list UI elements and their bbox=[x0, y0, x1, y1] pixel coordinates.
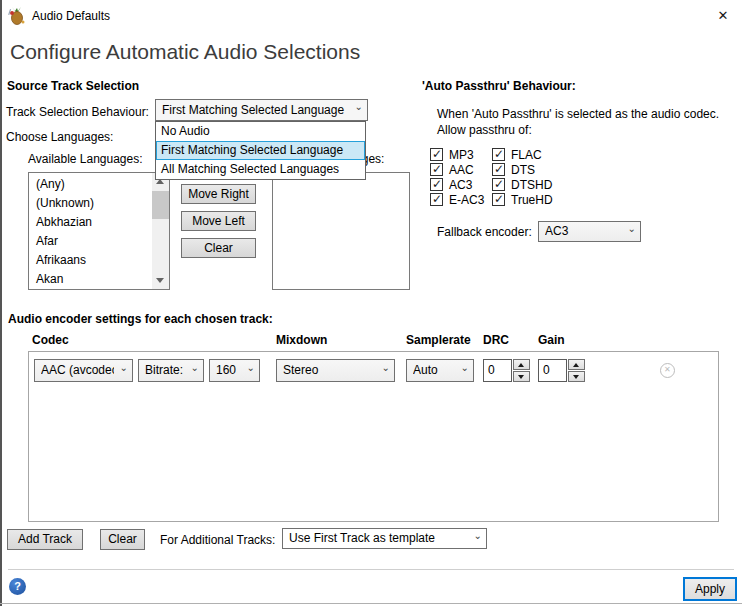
window-bottom-edge bbox=[0, 603, 742, 604]
dts-label: DTS bbox=[511, 163, 535, 177]
dropdown-option-no-audio[interactable]: No Audio bbox=[156, 122, 365, 141]
additional-tracks-combo[interactable]: Use First Track as template bbox=[282, 528, 487, 549]
codec-combo[interactable]: AAC (avcodec bbox=[34, 359, 133, 382]
move-left-button[interactable]: Move Left bbox=[181, 211, 256, 231]
mixdown-value: Stereo bbox=[283, 360, 376, 381]
chevron-down-icon bbox=[116, 360, 128, 381]
add-track-button[interactable]: Add Track bbox=[7, 529, 83, 550]
fallback-encoder-label: Fallback encoder: bbox=[437, 225, 532, 239]
chevron-down-icon bbox=[624, 222, 636, 241]
audio-defaults-dialog: Audio Defaults Configure Automatic Audio… bbox=[0, 0, 742, 606]
passthru-description-line1: When 'Auto Passthru' is selected as the … bbox=[437, 107, 719, 121]
apply-button[interactable]: Apply bbox=[683, 577, 737, 601]
window-left-edge bbox=[0, 0, 2, 606]
chevron-down-icon bbox=[187, 360, 199, 381]
truehd-label: TrueHD bbox=[511, 193, 553, 207]
flac-label: FLAC bbox=[511, 148, 542, 162]
handbrake-app-icon bbox=[7, 6, 27, 26]
aac-label: AAC bbox=[449, 163, 474, 177]
mp3-checkbox[interactable] bbox=[430, 148, 443, 161]
available-languages-label: Available Languages: bbox=[28, 152, 143, 166]
bitrate-value: 160 bbox=[216, 360, 241, 381]
fallback-encoder-combo[interactable]: AC3 bbox=[538, 221, 641, 242]
list-item[interactable]: Akan bbox=[29, 270, 152, 289]
additional-tracks-label: For Additional Tracks: bbox=[160, 533, 275, 547]
behaviour-label: Track Selection Behaviour: bbox=[6, 105, 149, 119]
footer-separator bbox=[8, 569, 734, 570]
auto-passthru-section-title: 'Auto Passthru' Behaviour: bbox=[422, 79, 576, 93]
source-track-section-title: Source Track Selection bbox=[7, 79, 139, 93]
choose-languages-label: Choose Languages: bbox=[6, 130, 113, 144]
remove-track-icon[interactable] bbox=[660, 363, 675, 378]
aac-checkbox[interactable] bbox=[430, 163, 443, 176]
clear-languages-button[interactable]: Clear bbox=[181, 238, 256, 258]
ac3-label: AC3 bbox=[449, 178, 472, 192]
gain-field[interactable]: 0 bbox=[538, 359, 567, 382]
list-item[interactable]: (Any) bbox=[29, 175, 152, 194]
eac3-checkbox[interactable] bbox=[430, 193, 443, 206]
page-title: Configure Automatic Audio Selections bbox=[10, 40, 360, 64]
drc-step-up-icon[interactable] bbox=[513, 359, 530, 370]
mixdown-combo[interactable]: Stereo bbox=[276, 359, 395, 382]
gain-step-down-icon[interactable] bbox=[568, 371, 585, 382]
encoder-section-title: Audio encoder settings for each chosen t… bbox=[8, 312, 273, 326]
samplerate-value: Auto bbox=[413, 360, 455, 381]
additional-tracks-value: Use First Track as template bbox=[289, 529, 468, 548]
track-selection-behaviour-combo[interactable]: First Matching Selected Language bbox=[155, 99, 368, 121]
eac3-label: E-AC3 bbox=[449, 193, 484, 207]
gain-stepper bbox=[568, 359, 585, 382]
chevron-down-icon bbox=[470, 529, 482, 548]
codec-column-header: Codec bbox=[32, 333, 69, 347]
chevron-down-icon bbox=[351, 100, 363, 120]
drc-column-header: DRC bbox=[483, 333, 509, 347]
dtshd-checkbox[interactable] bbox=[492, 178, 505, 191]
drc-step-down-icon[interactable] bbox=[513, 371, 530, 382]
chevron-down-icon bbox=[457, 360, 469, 381]
available-languages-listbox[interactable]: (Any) (Unknown) Abkhazian Afar Afrikaans… bbox=[28, 172, 170, 290]
chevron-down-icon bbox=[378, 360, 390, 381]
window-title: Audio Defaults bbox=[32, 9, 110, 23]
gain-step-up-icon[interactable] bbox=[568, 359, 585, 370]
move-right-button[interactable]: Move Right bbox=[181, 184, 256, 204]
scrollbar[interactable] bbox=[152, 173, 169, 289]
scrollbar-thumb[interactable] bbox=[152, 191, 169, 219]
fallback-encoder-value: AC3 bbox=[545, 222, 622, 241]
behaviour-dropdown-list: No Audio First Matching Selected Languag… bbox=[155, 121, 366, 180]
dropdown-option-all-matching[interactable]: All Matching Selected Languages bbox=[156, 160, 365, 179]
drc-stepper bbox=[513, 359, 530, 382]
list-item[interactable]: (Unknown) bbox=[29, 194, 152, 213]
bitrate-mode-combo[interactable]: Bitrate: bbox=[138, 359, 204, 382]
codec-value: AAC (avcodec bbox=[41, 360, 114, 381]
clear-tracks-button[interactable]: Clear bbox=[100, 529, 145, 550]
scroll-down-icon[interactable] bbox=[152, 272, 169, 289]
bitrate-mode-value: Bitrate: bbox=[145, 360, 185, 381]
samplerate-combo[interactable]: Auto bbox=[406, 359, 474, 382]
track-selection-behaviour-value: First Matching Selected Language bbox=[162, 100, 349, 120]
close-icon[interactable] bbox=[712, 6, 734, 26]
dtshd-label: DTSHD bbox=[511, 178, 552, 192]
chosen-languages-listbox[interactable] bbox=[272, 172, 410, 290]
samplerate-column-header: Samplerate bbox=[406, 333, 471, 347]
flac-checkbox[interactable] bbox=[492, 148, 505, 161]
drc-field[interactable]: 0 bbox=[483, 359, 512, 382]
chevron-down-icon bbox=[243, 360, 255, 381]
dts-checkbox[interactable] bbox=[492, 163, 505, 176]
truehd-checkbox[interactable] bbox=[492, 193, 505, 206]
list-item[interactable]: Afar bbox=[29, 232, 152, 251]
dropdown-option-first-matching[interactable]: First Matching Selected Language bbox=[156, 141, 365, 160]
gain-column-header: Gain bbox=[538, 333, 565, 347]
help-icon[interactable] bbox=[9, 578, 26, 595]
ac3-checkbox[interactable] bbox=[430, 178, 443, 191]
mp3-label: MP3 bbox=[449, 148, 474, 162]
list-item[interactable]: Afrikaans bbox=[29, 251, 152, 270]
bitrate-combo[interactable]: 160 bbox=[209, 359, 260, 382]
mixdown-column-header: Mixdown bbox=[276, 333, 327, 347]
list-item[interactable]: Abkhazian bbox=[29, 213, 152, 232]
passthru-description-line2: Allow passthru of: bbox=[437, 123, 532, 137]
